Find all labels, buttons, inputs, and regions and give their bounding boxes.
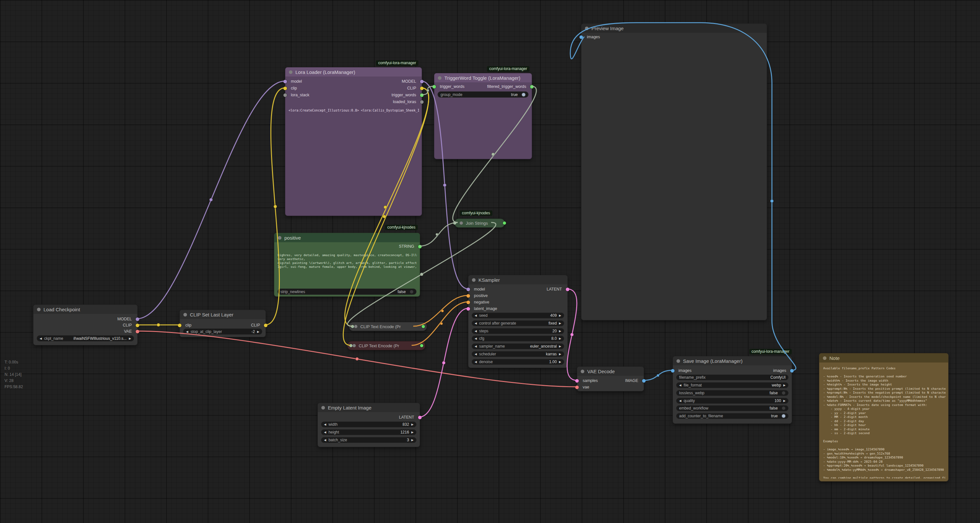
node-vae-decode[interactable]: VAE Decode samples vae IMAGE <box>577 366 644 391</box>
widget-control-after-generate[interactable]: ◀ control after generate fixed ▶ <box>472 320 564 326</box>
stepper-left-arrow[interactable]: ◀ <box>186 330 188 333</box>
note-text[interactable]: Available filename_prefix Pattern Codes … <box>823 366 946 479</box>
combo-left-arrow[interactable]: ◀ <box>474 345 477 348</box>
node-header[interactable]: Lora Loader (LoraManager) <box>285 67 422 76</box>
port-string-output[interactable] <box>418 245 422 248</box>
node-header[interactable]: Empty Latent Image <box>318 403 420 412</box>
toggle-dot-on[interactable] <box>522 93 525 97</box>
port-positive-input[interactable] <box>466 294 470 298</box>
port-vae-input[interactable] <box>575 385 579 389</box>
widget-seed[interactable]: ◀ seed 409 ▶ <box>472 312 564 319</box>
combo-left-arrow[interactable]: ◀ <box>474 322 477 325</box>
port-lora-stack-input[interactable] <box>283 94 287 97</box>
widget-add-counter-to-filename[interactable]: add_counter_to_filename true <box>676 413 789 419</box>
port-conditioning-output[interactable] <box>420 344 423 347</box>
stepper-right-arrow[interactable]: ▶ <box>559 330 561 333</box>
stepper-left-arrow[interactable]: ◀ <box>474 337 477 340</box>
port-clip-output[interactable] <box>420 87 424 90</box>
node-header[interactable]: TriggerWord Toggle (LoraManager) <box>434 73 532 82</box>
node-triggerword-toggle[interactable]: TriggerWord Toggle (LoraManager) trigger… <box>434 73 532 159</box>
node-empty-latent-image[interactable]: Empty Latent Image LATENT ◀ width 832 ▶ … <box>317 403 420 447</box>
comfyui-canvas[interactable]: { "colors": { "model": "#a58ccd", "clip"… <box>0 0 980 523</box>
port-trigger-words-input[interactable] <box>433 85 436 89</box>
widget-quality[interactable]: ◀ quality 100 ▶ <box>676 398 789 404</box>
port-samples-input[interactable] <box>575 379 579 383</box>
widget-sampler-name[interactable]: ◀ sampler_name euler_ancestral ▶ <box>472 343 564 349</box>
combo-right-arrow[interactable]: ▶ <box>129 337 131 340</box>
stepper-left-arrow[interactable]: ◀ <box>474 360 477 363</box>
combo-left-arrow[interactable]: ◀ <box>40 337 42 340</box>
widget-filename-prefix[interactable]: filename_prefix ComfyUI <box>676 374 789 380</box>
port-image-output[interactable] <box>642 379 646 383</box>
widget-height[interactable]: ◀ height 1216 ▶ <box>321 429 417 435</box>
stepper-right-arrow[interactable]: ▶ <box>411 423 414 426</box>
widget-ckpt-name[interactable]: ◀ ckpt_name il\waiNSFWIllustrious_v110.s… <box>37 335 134 341</box>
stepper-left-arrow[interactable]: ◀ <box>679 399 681 403</box>
widget-width[interactable]: ◀ width 832 ▶ <box>321 422 417 427</box>
combo-right-arrow[interactable]: ▶ <box>559 345 561 348</box>
port-images-input[interactable] <box>671 369 675 372</box>
stepper-right-arrow[interactable]: ▶ <box>559 360 561 363</box>
port-negative-input[interactable] <box>466 301 470 304</box>
port-images-input[interactable] <box>579 35 583 39</box>
port-clip-input[interactable] <box>283 87 287 90</box>
node-header[interactable]: Note <box>819 353 948 363</box>
node-save-image[interactable]: Save Image (LoraManager) images images f… <box>673 356 792 424</box>
toggle-dot-on[interactable] <box>782 414 786 418</box>
node-clip-set-last-layer[interactable]: CLIP Set Last Layer clip CLIP ◀ stop_at_… <box>180 310 266 337</box>
port-model-output[interactable] <box>136 317 139 321</box>
node-header[interactable]: Save Image (LoraManager) <box>673 357 792 365</box>
widget-denoise[interactable]: ◀ denoise 1.00 ▶ <box>472 359 564 365</box>
node-positive-prompt[interactable]: positive STRING highres, very detailed, … <box>274 233 420 297</box>
node-ksampler[interactable]: KSampler model positive negative latent_… <box>468 275 568 368</box>
port-model-input[interactable] <box>283 80 287 83</box>
combo-left-arrow[interactable]: ◀ <box>474 352 477 356</box>
stepper-right-arrow[interactable]: ▶ <box>257 330 259 333</box>
node-lora-loader[interactable]: Lora Loader (LoraManager) model clip lor… <box>285 67 422 216</box>
node-header[interactable]: Load Checkpoint <box>33 305 137 314</box>
port-filtered-trigger-words-output[interactable] <box>530 85 534 89</box>
combo-right-arrow[interactable]: ▶ <box>559 322 561 325</box>
widget-cfg[interactable]: ◀ cfg 8.0 ▶ <box>472 336 564 341</box>
widget-lossless-webp[interactable]: lossless_webp false <box>676 390 789 396</box>
combo-right-arrow[interactable]: ▶ <box>559 352 561 356</box>
port-images-output[interactable] <box>790 369 794 372</box>
port-latent-image-input[interactable] <box>466 307 470 311</box>
widget-embed-workflow[interactable]: embed_workflow false <box>676 405 789 411</box>
node-clip-text-encode-negative[interactable]: CLIP Text Encode (Pr <box>347 341 425 350</box>
port-collapsed-input[interactable] <box>351 325 354 328</box>
port-latent-output[interactable] <box>418 416 422 419</box>
port-loaded-loras-output[interactable] <box>420 100 424 104</box>
widget-file-format[interactable]: ◀ file_format webp ▶ <box>676 382 789 388</box>
combo-left-arrow[interactable]: ◀ <box>679 384 681 387</box>
port-clip-output[interactable] <box>264 323 267 327</box>
prompt-text[interactable]: highres, very detailed, amazing quality,… <box>278 253 417 271</box>
port-trigger-words-output[interactable] <box>420 94 424 97</box>
stepper-right-arrow[interactable]: ▶ <box>783 399 786 403</box>
stepper-left-arrow[interactable]: ◀ <box>474 314 477 317</box>
port-clip-input[interactable] <box>178 323 181 327</box>
stepper-left-arrow[interactable]: ◀ <box>324 423 326 426</box>
stepper-left-arrow[interactable]: ◀ <box>324 438 326 442</box>
widget-group-mode[interactable]: group_mode true <box>438 92 528 98</box>
port-model-input[interactable] <box>466 288 470 291</box>
port-vae-output[interactable] <box>136 330 139 333</box>
node-header[interactable]: Preview Image <box>581 24 767 33</box>
widget-steps[interactable]: ◀ steps 20 ▶ <box>472 328 564 334</box>
port-model-output[interactable] <box>420 80 424 83</box>
widget-scheduler[interactable]: ◀ scheduler karras ▶ <box>472 351 564 357</box>
toggle-dot-off[interactable] <box>782 391 786 395</box>
widget-batch-size[interactable]: ◀ batch_size 3 ▶ <box>321 437 417 443</box>
lora-syntax-text[interactable]: <lora:CreateConcept_Illustrious:0.8> <lo… <box>289 109 419 114</box>
node-join-strings[interactable]: Join Strings <box>455 219 505 228</box>
widget-strip-newlines[interactable]: strip_newlines false <box>278 288 417 295</box>
port-clip-output[interactable] <box>136 323 139 327</box>
node-clip-text-encode-positive[interactable]: CLIP Text Encode (Pr <box>349 322 427 331</box>
toggle-dot-off[interactable] <box>410 290 414 294</box>
node-note[interactable]: Note Available filename_prefix Pattern C… <box>819 353 948 482</box>
port-strings-input[interactable] <box>453 222 457 225</box>
node-load-checkpoint[interactable]: Load Checkpoint MODEL CLIP VAE ◀ ckpt_na… <box>33 304 138 345</box>
stepper-right-arrow[interactable]: ▶ <box>559 337 561 340</box>
stepper-left-arrow[interactable]: ◀ <box>474 330 477 333</box>
stepper-left-arrow[interactable]: ◀ <box>324 431 326 434</box>
